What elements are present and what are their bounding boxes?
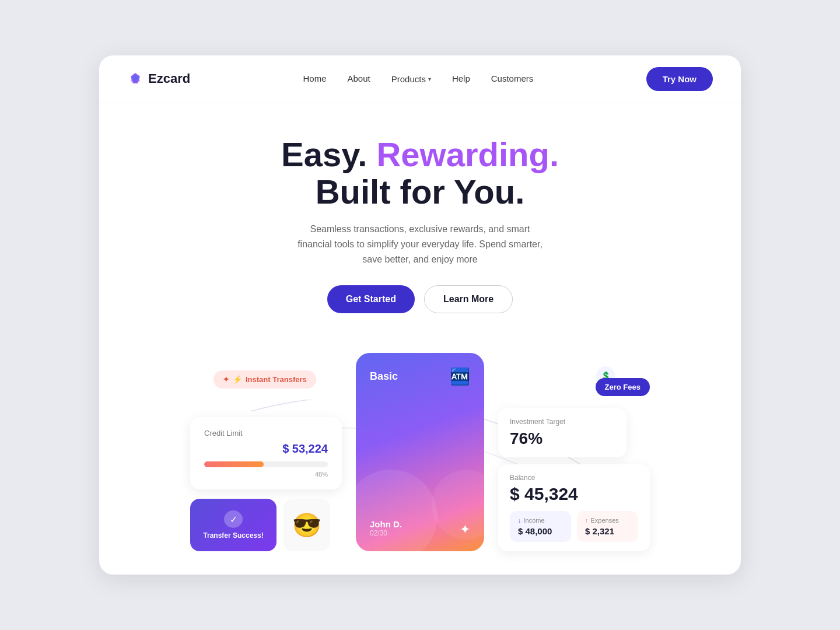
credit-limit-widget: Credit Limit $ 53,224 48% <box>190 417 342 489</box>
logo-icon <box>127 71 144 87</box>
credit-progress-bar <box>204 461 328 467</box>
credit-limit-amount: $ 53,224 <box>204 442 328 456</box>
nav-customers[interactable]: Customers <box>491 74 534 84</box>
left-column: ⚡ Instant Transfers Credit Limit $ 53,22… <box>190 370 342 551</box>
avatar-emoji: 😎 <box>292 512 321 539</box>
balance-value: $ 45,324 <box>510 484 638 504</box>
income-value: $ 48,000 <box>518 526 563 536</box>
nav-customers-link[interactable]: Customers <box>491 74 534 83</box>
dashboard-section: ⚡ Instant Transfers Credit Limit $ 53,22… <box>99 353 741 575</box>
nav-about-link[interactable]: About <box>348 74 370 83</box>
hero-line2: Built for You. <box>316 173 525 211</box>
card-type-label: Basic <box>370 370 398 383</box>
chip-icon: 🏧 <box>450 367 470 386</box>
income-label: ↓ Income <box>518 517 563 524</box>
hero-title: Easy. Rewarding. Built for You. <box>127 136 713 211</box>
investment-label: Investment Target <box>510 418 615 426</box>
balance-label: Balance <box>510 474 638 482</box>
expense-value: $ 2,321 <box>585 526 630 536</box>
hero-line1-part1: Easy. <box>281 135 367 173</box>
try-now-button[interactable]: Try Now <box>646 67 713 91</box>
credit-bar-fill <box>204 461 264 467</box>
card-top: Basic 🏧 <box>370 367 470 386</box>
instant-transfers-badge: ⚡ Instant Transfers <box>214 370 316 388</box>
nav-about[interactable]: About <box>348 74 370 84</box>
logo: Ezcard <box>127 71 190 87</box>
credit-limit-label: Credit Limit <box>204 429 328 438</box>
get-started-button[interactable]: Get Started <box>327 285 415 313</box>
navbar: Ezcard Home About Products ▾ Help Custom… <box>99 55 741 103</box>
instant-transfers-label: Instant Transfers <box>246 375 307 384</box>
check-icon: ✓ <box>224 510 243 528</box>
hero-section: Easy. Rewarding. Built for You. Seamless… <box>99 103 741 353</box>
bottom-row: ✓ Transfer Success! 😎 <box>190 499 342 551</box>
logo-text: Ezcard <box>148 71 190 86</box>
arrow-up-icon: ↑ <box>585 517 589 524</box>
transfer-success-widget: ✓ Transfer Success! <box>190 499 276 551</box>
zero-fees-label: Zero Fees <box>605 383 640 391</box>
transfer-success-label: Transfer Success! <box>203 531 263 540</box>
learn-more-button[interactable]: Learn More <box>424 285 513 313</box>
right-column: 💲 Zero Fees Investment Target 76% Balanc… <box>498 372 650 551</box>
zero-fees-badge: Zero Fees <box>596 378 650 396</box>
nav-help-link[interactable]: Help <box>452 74 470 83</box>
investment-value: 76% <box>510 429 615 448</box>
avatar-widget: 😎 <box>284 499 330 551</box>
balance-detail-row: ↓ Income $ 48,000 ↑ Expenses $ 2,321 <box>510 511 638 542</box>
arrow-down-icon: ↓ <box>518 517 522 524</box>
hero-buttons: Get Started Learn More <box>127 285 713 313</box>
nav-links: Home About Products ▾ Help Customers <box>303 74 533 84</box>
credit-percent-label: 48% <box>204 471 328 478</box>
balance-widget: Balance $ 45,324 ↓ Income $ 48,000 ↑ Exp… <box>498 464 650 551</box>
lightning-icon: ⚡ <box>233 375 242 384</box>
zero-fees-container: 💲 Zero Fees <box>498 372 650 401</box>
income-box: ↓ Income $ 48,000 <box>510 511 571 542</box>
expense-box: ↑ Expenses $ 2,321 <box>577 511 638 542</box>
page-wrapper: Ezcard Home About Products ▾ Help Custom… <box>99 55 741 575</box>
nav-home-link[interactable]: Home <box>303 74 326 83</box>
expense-label: ↑ Expenses <box>585 517 630 524</box>
nav-home[interactable]: Home <box>303 74 326 84</box>
hero-line1-highlight: Rewarding. <box>376 135 559 173</box>
card-decoration-1 <box>356 470 438 551</box>
nav-products-link[interactable]: Products ▾ <box>391 74 431 84</box>
chevron-down-icon: ▾ <box>428 76 431 82</box>
hero-subtitle: Seamless transactions, exclusive rewards… <box>298 222 542 267</box>
nav-products[interactable]: Products ▾ <box>391 74 431 84</box>
credit-card: Basic 🏧 John D. 02/30 ✦ <box>356 353 484 551</box>
nav-help[interactable]: Help <box>452 74 470 84</box>
investment-target-widget: Investment Target 76% <box>498 408 626 457</box>
